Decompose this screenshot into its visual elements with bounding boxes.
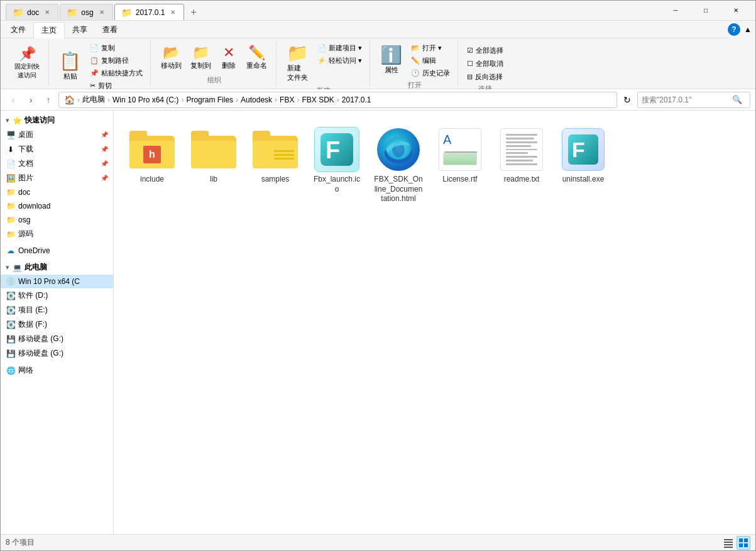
ribbon-tab-file[interactable]: 文件	[3, 21, 33, 38]
large-icons-view-button[interactable]	[737, 536, 750, 550]
samples-label: samples	[261, 175, 290, 185]
details-view-button[interactable]	[721, 536, 735, 550]
paste-button[interactable]: 📋 粘贴	[55, 42, 85, 92]
refresh-button[interactable]: ↻	[620, 92, 635, 107]
ribbon-collapse-button[interactable]: ▲	[740, 22, 755, 37]
sidebar-osg-label: osg	[18, 215, 30, 224]
select-all-button[interactable]: ☑ 全部选择	[464, 45, 506, 57]
open-button[interactable]: 📂 打开 ▾	[408, 42, 452, 54]
list-item[interactable]: readme.txt	[493, 121, 550, 210]
list-item[interactable]: samples	[247, 121, 304, 210]
copy-to-button[interactable]: 📁 复制到	[187, 43, 215, 73]
sidebar-item-osg[interactable]: 📁 osg	[1, 213, 113, 227]
search-input[interactable]	[642, 95, 730, 104]
list-item[interactable]: A License.rtf	[432, 121, 488, 210]
history-icon: 🕐	[411, 69, 420, 77]
sidebar-item-desktop[interactable]: 🖥️ 桌面 📌	[1, 128, 113, 142]
paste-shortcut-button[interactable]: 📌 粘贴快捷方式	[87, 67, 145, 79]
delete-button[interactable]: ✕ 删除	[216, 43, 241, 73]
window: 📁 doc ✕ 📁 osg ✕ 📁 2017.0.1 ✕ ＋ ─ □ ✕	[0, 0, 756, 551]
sidebar-item-e-drive[interactable]: 💽 项目 (E:)	[1, 303, 113, 317]
list-item[interactable]: F Fbx_launch.ico	[309, 121, 365, 210]
forward-button[interactable]: ›	[23, 92, 38, 107]
select-none-button[interactable]: ☐ 全部取消	[464, 58, 506, 70]
pin-indicator3: 📌	[101, 160, 108, 167]
breadcrumb[interactable]: 🏠 › 此电脑 › Win 10 Pro x64 (C:) › Program …	[58, 92, 617, 108]
item-count: 8 个项目	[6, 537, 35, 548]
list-item[interactable]: h include	[124, 121, 180, 210]
ribbon-header: 文件 主页 共享 查看 ? ▲	[1, 21, 755, 38]
sidebar-onedrive-label: OneDrive	[18, 246, 50, 255]
copy-button[interactable]: 📄 复制	[87, 42, 145, 54]
open-label: 打开	[408, 79, 422, 90]
list-item[interactable]: lib	[185, 121, 242, 210]
tab-osg-close[interactable]: ✕	[97, 8, 106, 17]
copy-to-icon: 📁	[192, 46, 209, 60]
readme-txt-icon	[499, 127, 544, 172]
sidebar-item-documents[interactable]: 📄 文档 📌	[1, 156, 113, 171]
help-button[interactable]: ?	[728, 23, 740, 36]
e-drive-icon: 💽	[6, 305, 16, 315]
select-all-icon: ☑	[467, 46, 473, 55]
tab-2017[interactable]: 📁 2017.0.1 ✕	[114, 4, 185, 20]
fbx-launch-ico-icon: F	[314, 127, 359, 172]
pin-to-quickaccess-button[interactable]: 📌 固定到快速访问	[11, 45, 43, 82]
tab-osg[interactable]: 📁 osg ✕	[60, 4, 112, 20]
sidebar-item-c-drive[interactable]: 💿 Win 10 Pro x64 (C	[1, 275, 113, 288]
tab-add-button[interactable]: ＋	[185, 4, 202, 20]
history-button[interactable]: 🕐 历史记录	[408, 67, 452, 79]
move-to-button[interactable]: 📂 移动到	[157, 43, 185, 73]
ribbon-group-select: ☑ 全部选择 ☐ 全部取消 ⊟ 反向选择 选择	[459, 41, 511, 86]
tabs-area: 📁 doc ✕ 📁 osg ✕ 📁 2017.0.1 ✕ ＋	[6, 1, 661, 20]
ribbon-tab-home[interactable]: 主页	[33, 22, 65, 38]
properties-button[interactable]: ℹ️ 属性	[376, 42, 406, 79]
ribbon-tab-share[interactable]: 共享	[65, 21, 95, 38]
invert-selection-button[interactable]: ⊟ 反向选择	[464, 71, 506, 83]
svg-rect-11	[724, 547, 733, 548]
back-button[interactable]: ‹	[6, 92, 21, 107]
quick-access-header[interactable]: ▾ ⭐ 快速访问	[1, 113, 113, 128]
sidebar-item-doc[interactable]: 📁 doc	[1, 185, 113, 199]
pictures-icon: 🖼️	[6, 173, 16, 183]
organize-label: 组织	[207, 74, 221, 85]
sidebar-item-source[interactable]: 📁 源码	[1, 227, 113, 241]
up-button[interactable]: ↑	[41, 92, 56, 107]
paste-shortcut-icon: 📌	[90, 69, 99, 77]
close-button[interactable]: ✕	[721, 1, 750, 21]
thispc-header[interactable]: ▾ 💻 此电脑	[1, 260, 113, 275]
ribbon-tab-view[interactable]: 查看	[95, 21, 125, 38]
sidebar-item-onedrive[interactable]: ☁ OneDrive	[1, 244, 113, 258]
breadcrumb-drive: Win 10 Pro x64 (C:)	[112, 95, 178, 104]
sidebar-item-download[interactable]: 📁 download	[1, 199, 113, 213]
sidebar-item-g-drive2[interactable]: 💾 移动硬盘 (G:)	[1, 346, 113, 361]
tab-2017-close[interactable]: ✕	[168, 8, 177, 17]
invert-icon: ⊟	[467, 73, 473, 81]
sidebar-source-label: 源码	[18, 229, 33, 239]
pin-buttons: 📌 固定到快速访问	[11, 42, 43, 85]
lib-folder-icon	[191, 127, 236, 172]
new-item-button[interactable]: 📄 新建项目 ▾	[315, 42, 364, 54]
network-icon: 🌐	[6, 366, 16, 376]
sidebar-item-d-drive[interactable]: 💽 软件 (D:)	[1, 288, 113, 303]
sidebar-item-g-drive[interactable]: 💾 移动硬盘 (G:)	[1, 332, 113, 346]
sidebar-item-downloads[interactable]: ⬇ 下载 📌	[1, 142, 113, 156]
fbxlaunch-label: Fbx_launch.ico	[312, 175, 361, 194]
minimize-button[interactable]: ─	[661, 1, 690, 21]
new-folder-button[interactable]: 📁 新建文件夹	[283, 42, 312, 85]
tab-doc-close[interactable]: ✕	[43, 8, 52, 17]
sidebar-item-network[interactable]: 🌐 网络	[1, 363, 113, 378]
easy-access-button[interactable]: ⚡ 轻松访问 ▾	[315, 55, 364, 67]
list-item[interactable]: FBX_SDK_Online_Documentation.html	[370, 121, 427, 210]
rename-button[interactable]: ✏️ 重命名	[243, 43, 271, 73]
open-small-buttons: 📂 打开 ▾ ✏️ 编辑 🕐 历史记录	[408, 42, 452, 79]
quick-access-arrow: ▾	[6, 117, 9, 124]
thispc-arrow: ▾	[6, 264, 9, 271]
tab-doc[interactable]: 📁 doc ✕	[6, 4, 58, 20]
list-item[interactable]: F uninstall.exe	[555, 121, 611, 210]
sidebar-item-f-drive[interactable]: 💽 数据 (F:)	[1, 317, 113, 332]
copy-path-button[interactable]: 📋 复制路径	[87, 55, 145, 67]
quick-access-section: ▾ ⭐ 快速访问 🖥️ 桌面 📌 ⬇ 下载 📌 📄 文档 📌	[1, 113, 113, 241]
sidebar-item-pictures[interactable]: 🖼️ 图片 📌	[1, 171, 113, 185]
maximize-button[interactable]: □	[691, 1, 720, 21]
edit-button[interactable]: ✏️ 编辑	[408, 55, 452, 67]
